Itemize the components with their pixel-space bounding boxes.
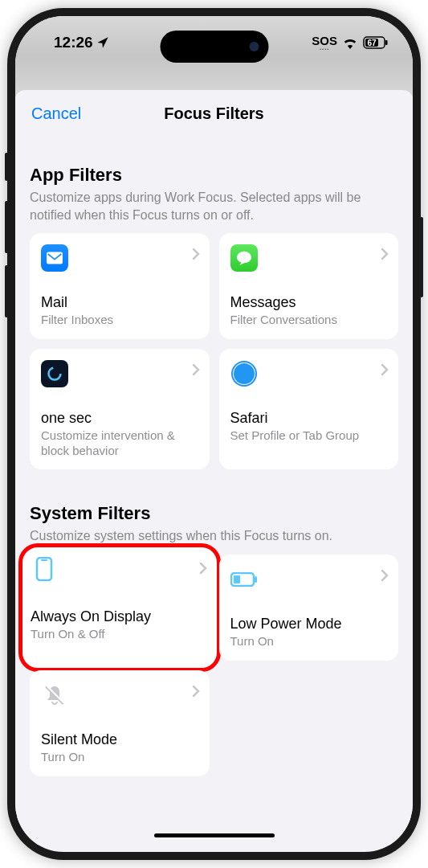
volume-down (5, 265, 8, 317)
svg-rect-4 (47, 252, 63, 264)
svg-point-5 (236, 252, 251, 264)
system-filters-desc: Customize system settings when this Focu… (30, 527, 398, 545)
volume-up (5, 201, 8, 253)
onesec-icon (41, 360, 68, 387)
nav-header: Cancel Focus Filters (15, 90, 413, 139)
always-on-display-card[interactable]: Always On Display Turn On & Off (18, 543, 221, 672)
wifi-icon (342, 36, 358, 49)
phone-frame: 12:26 SOS •••• 67 (7, 8, 421, 860)
mute-switch (5, 153, 8, 181)
chevron-right-icon (381, 248, 389, 260)
screen: 12:26 SOS •••• 67 (15, 16, 413, 852)
sos-indicator: SOS •••• (312, 35, 337, 51)
card-title: Safari (230, 410, 388, 427)
home-indicator[interactable] (154, 833, 275, 837)
card-subtitle: Customize intervention & block behavior (41, 428, 198, 459)
status-right: SOS •••• 67 (312, 35, 389, 51)
app-filters-title: App Filters (30, 165, 398, 186)
status-bar-background: 12:26 SOS •••• 67 (15, 16, 413, 96)
svg-point-6 (49, 367, 61, 379)
status-left: 12:26 (54, 34, 109, 51)
messages-icon (230, 244, 258, 272)
safari-card[interactable]: Safari Set Profile or Tab Group (219, 349, 399, 470)
power-button (420, 217, 423, 297)
chevron-right-icon (381, 569, 389, 582)
mail-icon (41, 244, 68, 272)
chevron-right-icon (192, 248, 200, 260)
chevron-right-icon (192, 685, 200, 698)
svg-rect-2 (385, 40, 388, 45)
system-filters-grid: Always On Display Turn On & Off Low Powe… (30, 555, 398, 776)
card-subtitle: Turn On (230, 634, 388, 649)
card-subtitle: Turn On & Off (31, 627, 209, 642)
card-subtitle: Filter Inboxes (41, 313, 198, 328)
mail-card[interactable]: Mail Filter Inboxes (30, 233, 210, 339)
card-subtitle: Set Profile or Tab Group (230, 428, 388, 444)
card-title: Silent Mode (41, 731, 198, 748)
sos-dots: •••• (320, 47, 329, 51)
card-title: Low Power Mode (230, 616, 388, 633)
chevron-right-icon (381, 363, 389, 376)
safari-icon (230, 360, 258, 387)
app-filters-section: App Filters Customize apps during Work F… (15, 165, 413, 469)
svg-rect-10 (37, 558, 51, 580)
card-title: Mail (41, 294, 198, 311)
messages-card[interactable]: Messages Filter Conversations (219, 233, 399, 339)
location-icon (96, 36, 109, 49)
card-title: one sec (41, 410, 198, 427)
onesec-card[interactable]: one sec Customize intervention & block b… (30, 349, 210, 470)
card-subtitle: Filter Conversations (230, 313, 388, 328)
phone-icon (31, 555, 58, 583)
silent-mode-card[interactable]: Silent Mode Turn On (30, 670, 210, 776)
content-area: Cancel Focus Filters App Filters Customi… (15, 90, 413, 845)
chevron-right-icon (199, 562, 207, 575)
card-title: Messages (230, 294, 388, 311)
bell-slash-icon (41, 682, 68, 709)
status-bar: 12:26 SOS •••• 67 (15, 34, 413, 51)
card-subtitle: Turn On (41, 750, 198, 765)
battery-low-icon (230, 566, 258, 593)
chevron-right-icon (192, 363, 200, 376)
svg-rect-14 (255, 576, 257, 583)
app-filters-grid: Mail Filter Inboxes Messages Filter Conv… (30, 233, 398, 469)
system-filters-title: System Filters (30, 503, 398, 524)
svg-text:67: 67 (367, 39, 377, 47)
cancel-button[interactable]: Cancel (31, 104, 81, 123)
battery-icon: 67 (363, 36, 389, 49)
system-filters-section: System Filters Customize system settings… (15, 503, 413, 776)
page-title: Focus Filters (164, 104, 263, 123)
low-power-mode-card[interactable]: Low Power Mode Turn On (219, 555, 399, 661)
time-label: 12:26 (54, 34, 93, 51)
svg-rect-13 (234, 575, 240, 583)
app-filters-desc: Customize apps during Work Focus. Select… (30, 189, 398, 223)
card-title: Always On Display (31, 608, 209, 625)
sos-label: SOS (312, 35, 337, 47)
